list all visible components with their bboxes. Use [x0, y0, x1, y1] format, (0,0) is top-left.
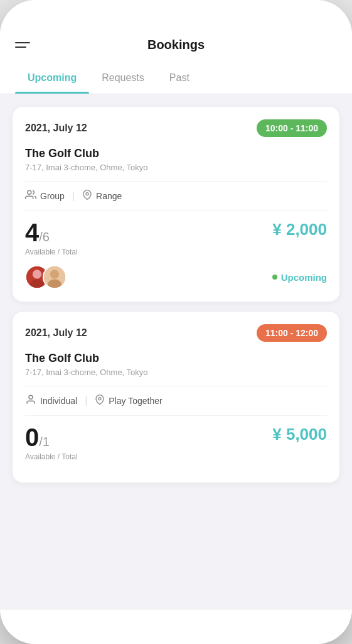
avail-label-2: Available / Total	[25, 452, 78, 461]
tabs-container: Upcoming Requests Past	[0, 62, 352, 94]
phone-shell: Bookings Upcoming Requests Past 2021, Ju…	[0, 0, 352, 644]
menu-line-1	[15, 42, 30, 43]
svg-point-9	[99, 398, 101, 400]
avatars-1	[25, 265, 67, 289]
status-label-1: Upcoming	[281, 272, 327, 283]
venue-name-2: The Golf Club	[25, 352, 327, 365]
booking-date-1: 2021, July 12	[25, 123, 87, 134]
individual-icon	[25, 394, 36, 408]
booking-card-2[interactable]: 2021, July 12 11:00 - 12:00 The Golf Clu…	[13, 312, 339, 483]
card-header-1: 2021, July 12 10:00 - 11:00	[25, 119, 327, 137]
location-icon-2	[95, 394, 105, 408]
avail-label-1: Available / Total	[25, 248, 78, 256]
tab-past[interactable]: Past	[157, 62, 202, 94]
tag-group: Group	[25, 189, 65, 203]
avail-number-1: 4/6	[25, 220, 78, 245]
tag-divider-2: |	[85, 395, 87, 407]
tag-individual: Individual	[25, 394, 77, 408]
tag-together-label: Play Together	[109, 396, 162, 406]
price-2: ¥ 5,000	[272, 425, 327, 444]
page-title: Bookings	[147, 38, 205, 52]
venue-address-2: 7-17, Imai 3-chome, Ohme, Tokyo	[25, 368, 327, 377]
svg-point-1	[86, 193, 88, 195]
status-badge-1: Upcoming	[272, 272, 327, 283]
tab-requests[interactable]: Requests	[89, 62, 157, 94]
time-badge-1: 10:00 - 11:00	[257, 119, 327, 137]
tag-individual-label: Individual	[40, 396, 77, 406]
tag-range-label: Range	[96, 191, 122, 201]
venue-name-1: The Golf Club	[25, 147, 327, 160]
time-badge-2: 11:00 - 12:00	[257, 324, 327, 342]
app-container: Bookings Upcoming Requests Past 2021, Ju…	[0, 28, 352, 609]
group-icon	[25, 189, 36, 203]
availability-2: 0/1 Available / Total	[25, 425, 78, 461]
content-area: 2021, July 12 10:00 - 11:00 The Golf Clu…	[0, 94, 352, 609]
location-icon-1	[82, 189, 92, 203]
tab-upcoming[interactable]: Upcoming	[15, 62, 89, 94]
price-1: ¥ 2,000	[272, 220, 327, 239]
svg-point-6	[50, 270, 59, 278]
card-footer-1: Upcoming	[25, 265, 327, 289]
tag-together: Play Together	[95, 394, 162, 408]
tags-1: Group | Range	[25, 181, 327, 211]
card-stats-2: 0/1 Available / Total ¥ 5,000	[25, 425, 327, 461]
venue-address-1: 7-17, Imai 3-chome, Ohme, Tokyo	[25, 163, 327, 172]
bottom-bar	[0, 609, 352, 644]
svg-point-3	[33, 270, 41, 278]
svg-point-0	[28, 190, 31, 194]
menu-line-2	[15, 46, 26, 48]
avail-number-2: 0/1	[25, 425, 78, 450]
booking-card-1[interactable]: 2021, July 12 10:00 - 11:00 The Golf Clu…	[13, 107, 339, 302]
tag-divider-1: |	[72, 190, 75, 202]
header: Bookings	[0, 28, 352, 62]
tag-group-label: Group	[40, 191, 65, 201]
status-dot-1	[272, 275, 277, 280]
svg-point-8	[29, 395, 33, 399]
card-header-2: 2021, July 12 11:00 - 12:00	[25, 324, 327, 342]
booking-date-2: 2021, July 12	[25, 327, 87, 339]
avatar-2	[43, 265, 67, 289]
menu-button[interactable]	[15, 42, 30, 48]
availability-1: 4/6 Available / Total	[25, 220, 78, 256]
tag-range: Range	[82, 189, 122, 203]
card-stats-1: 4/6 Available / Total ¥ 2,000	[25, 220, 327, 256]
tags-2: Individual | Play Together	[25, 386, 327, 416]
status-bar	[0, 0, 352, 28]
